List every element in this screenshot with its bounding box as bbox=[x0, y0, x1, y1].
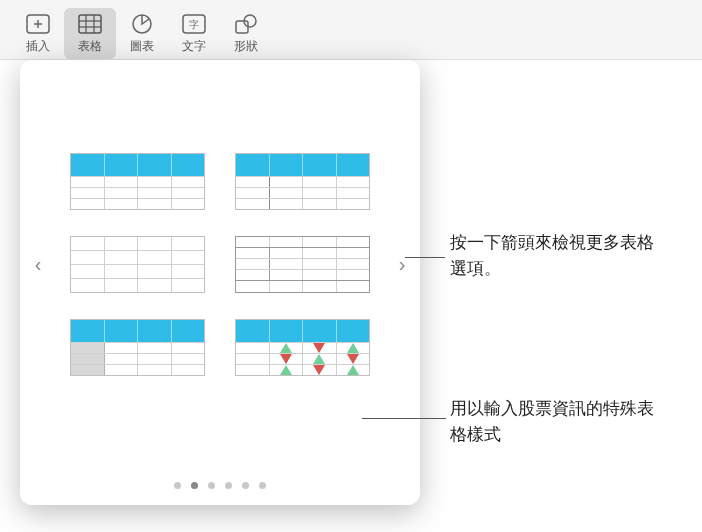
plus-box-icon bbox=[24, 12, 52, 36]
next-arrow[interactable]: › bbox=[384, 253, 420, 276]
pie-icon bbox=[128, 12, 156, 36]
triangle-down-icon bbox=[347, 354, 359, 364]
toolbar-text[interactable]: 字 文字 bbox=[168, 8, 220, 59]
page-dot[interactable] bbox=[174, 482, 181, 489]
page-dot[interactable] bbox=[208, 482, 215, 489]
toolbar-label: 形狀 bbox=[234, 38, 258, 55]
page-dot[interactable] bbox=[259, 482, 266, 489]
toolbar-chart[interactable]: 圖表 bbox=[116, 8, 168, 59]
toolbar-insert[interactable]: 插入 bbox=[12, 8, 64, 59]
table-option-stock[interactable] bbox=[235, 319, 370, 376]
toolbar-label: 表格 bbox=[78, 38, 102, 55]
triangle-up-icon bbox=[347, 343, 359, 353]
toolbar-table[interactable]: 表格 bbox=[64, 8, 116, 59]
grid-icon bbox=[76, 12, 104, 36]
triangle-up-icon bbox=[280, 343, 292, 353]
shapes-icon bbox=[232, 12, 260, 36]
table-picker-popover: ‹ bbox=[20, 60, 420, 505]
table-option-blue-header-split[interactable] bbox=[235, 153, 370, 210]
table-option-blue-header[interactable] bbox=[70, 153, 205, 210]
toolbar: 插入 表格 圖表 字 文字 形狀 bbox=[0, 0, 702, 60]
toolbar-label: 圖表 bbox=[130, 38, 154, 55]
triangle-down-icon bbox=[313, 365, 325, 375]
text-box-icon: 字 bbox=[180, 12, 208, 36]
triangle-up-icon bbox=[280, 365, 292, 375]
triangle-up-icon bbox=[313, 354, 325, 364]
svg-rect-3 bbox=[79, 15, 101, 33]
svg-rect-11 bbox=[236, 21, 248, 33]
annotation-arrow-hint: 按一下箭頭來檢視更多表格選項。 bbox=[450, 230, 670, 281]
triangle-up-icon bbox=[347, 365, 359, 375]
table-option-plain[interactable] bbox=[70, 236, 205, 293]
table-option-inner-border[interactable] bbox=[235, 236, 370, 293]
triangle-down-icon bbox=[313, 343, 325, 353]
chevron-right-icon: › bbox=[399, 253, 406, 276]
toolbar-label: 插入 bbox=[26, 38, 50, 55]
table-options-grid bbox=[56, 147, 384, 382]
page-dot[interactable] bbox=[225, 482, 232, 489]
toolbar-label: 文字 bbox=[182, 38, 206, 55]
triangle-down-icon bbox=[280, 354, 292, 364]
page-dot[interactable] bbox=[191, 482, 198, 489]
callout-line bbox=[362, 418, 446, 419]
page-indicator bbox=[20, 468, 420, 505]
page-dot[interactable] bbox=[242, 482, 249, 489]
popover-body: ‹ bbox=[20, 60, 420, 468]
svg-text:字: 字 bbox=[189, 19, 199, 30]
table-option-row-header[interactable] bbox=[70, 319, 205, 376]
callout-line bbox=[405, 257, 445, 258]
prev-arrow[interactable]: ‹ bbox=[20, 253, 56, 276]
annotation-stock-hint: 用以輸入股票資訊的特殊表格樣式 bbox=[450, 396, 670, 447]
chevron-left-icon: ‹ bbox=[35, 253, 42, 276]
toolbar-shape[interactable]: 形狀 bbox=[220, 8, 272, 59]
